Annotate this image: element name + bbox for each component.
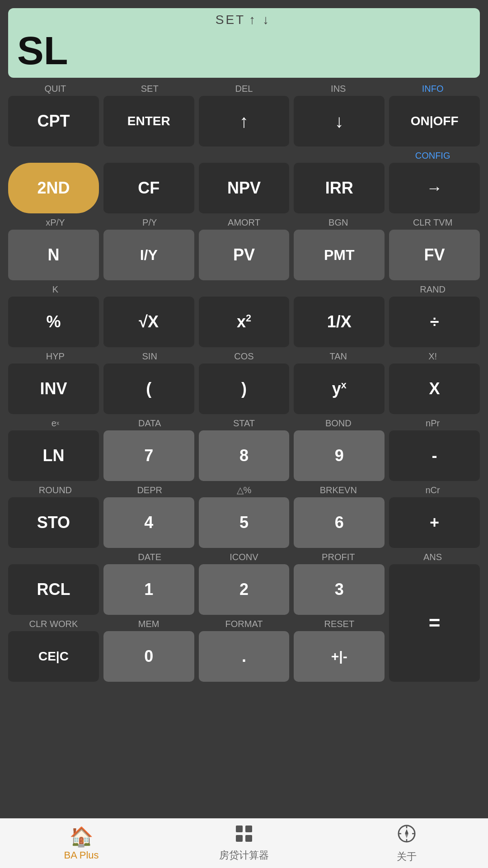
label-3-2	[197, 283, 291, 296]
btn-section-2: xP/YP/YAMORTBGNCLR TVMNI/YPVPMTFV	[8, 216, 480, 280]
btn-2-2[interactable]: PV	[199, 230, 290, 280]
label-4-2: COS	[197, 350, 291, 363]
svg-rect-1	[245, 826, 252, 832]
btn-5-1[interactable]: 7	[103, 430, 194, 481]
btn-7-1[interactable]: 1	[103, 564, 194, 615]
label-4-1: SIN	[103, 350, 197, 363]
btn-6-4[interactable]: +	[389, 497, 480, 548]
btn-7-0[interactable]: RCL	[8, 564, 99, 615]
btn-section-3: KRAND%√Xx21/X÷	[8, 283, 480, 347]
btn-0-1[interactable]: ENTER	[103, 96, 194, 146]
nav-item-about[interactable]: 关于	[325, 819, 488, 868]
btn-6-2[interactable]: 5	[199, 497, 290, 548]
btn-1-2[interactable]: NPV	[199, 163, 290, 213]
btn-8-2[interactable]: .	[199, 631, 290, 682]
svg-rect-0	[236, 826, 243, 832]
display-arrow-up: ↑	[249, 13, 255, 27]
btn-3-0[interactable]: %	[8, 297, 99, 347]
label-2-2: AMORT	[197, 216, 291, 229]
btn-1-4[interactable]: →	[389, 163, 480, 213]
btn-0-2[interactable]: ↑	[199, 96, 290, 146]
nav-label-mortgage: 房贷计算器	[219, 849, 269, 862]
btn-0-0[interactable]: CPT	[8, 96, 99, 146]
btn-2-3[interactable]: PMT	[294, 230, 385, 280]
label-7-3: PROFIT	[291, 551, 385, 563]
label-4-3: TAN	[291, 350, 385, 363]
btn-6-1[interactable]: 4	[103, 497, 194, 548]
btn-8-0[interactable]: CE|C	[8, 631, 99, 682]
home-icon: 🏠	[70, 826, 93, 848]
btn-3-3[interactable]: 1/X	[294, 297, 385, 347]
btn-5-3[interactable]: 9	[294, 430, 385, 481]
btn-row-6: STO456+	[8, 497, 480, 548]
label-6-2: △%	[197, 484, 291, 496]
btn-4-3[interactable]: yx	[294, 363, 385, 414]
btn-equals[interactable]: =	[389, 564, 480, 682]
btn-row-3: %√Xx21/X÷	[8, 297, 480, 347]
label-5-4: nPr	[385, 417, 480, 429]
label-row-5: exDATASTATBONDnPr	[8, 417, 480, 429]
btn-4-2[interactable]: )	[199, 363, 290, 414]
label-6-0: ROUND	[8, 484, 103, 496]
btn-1-0[interactable]: 2ND	[8, 163, 99, 213]
btn-section-7: DATEICONVPROFITANSRCL123=CLR WORKMEMFORM…	[8, 551, 480, 682]
btn-2-1[interactable]: I/Y	[103, 230, 194, 280]
label-2-4: CLR TVM	[385, 216, 480, 229]
label-4-4: X!	[385, 350, 480, 363]
label-5-1: DATA	[103, 417, 197, 429]
label-row-1: CONFIG	[8, 149, 480, 162]
btn-section-1: CONFIG2NDCFNPVIRR→	[8, 149, 480, 213]
btn-7-2[interactable]: 2	[199, 564, 290, 615]
btn-0-3[interactable]: ↓	[294, 96, 385, 146]
nav-item-mortgage[interactable]: 房贷计算器	[163, 819, 325, 868]
btn-0-4[interactable]: ON|OFF	[389, 96, 480, 146]
nav-item-baplus[interactable]: 🏠 BA Plus	[0, 819, 163, 868]
label-2-0: xP/Y	[8, 216, 103, 229]
label-1-2	[197, 149, 291, 162]
btn-4-1[interactable]: (	[103, 363, 194, 414]
label-0-0: QUIT	[8, 82, 103, 95]
label-8-3: RESET	[294, 618, 385, 630]
label-8-1: MEM	[103, 618, 194, 630]
btn-6-3[interactable]: 6	[294, 497, 385, 548]
btn-4-4[interactable]: X	[389, 363, 480, 414]
btn-section-6: ROUNDDEPR△%BRKEVNnCrSTO456+	[8, 484, 480, 548]
btn-5-2[interactable]: 8	[199, 430, 290, 481]
btn-1-3[interactable]: IRR	[294, 163, 385, 213]
btn-8-3[interactable]: +|-	[294, 631, 385, 682]
btn-7-3[interactable]: 3	[294, 564, 385, 615]
btn-section-0: QUITSETDELINSINFOCPTENTER↑↓ON|OFF	[8, 82, 480, 146]
btn-row-1: 2NDCFNPVIRR→	[8, 163, 480, 213]
btn-row-5: LN789-	[8, 430, 480, 481]
label-8-2: FORMAT	[199, 618, 290, 630]
label-3-0: K	[8, 283, 103, 296]
btn-3-2[interactable]: x2	[199, 297, 290, 347]
svg-rect-3	[245, 835, 252, 842]
label-6-1: DEPR	[103, 484, 197, 496]
label-1-4: CONFIG	[385, 149, 480, 162]
grid-icon	[235, 825, 253, 847]
label-2-3: BGN	[291, 216, 385, 229]
label-1-3	[291, 149, 385, 162]
label-0-2: DEL	[197, 82, 291, 95]
btn-3-4[interactable]: ÷	[389, 297, 480, 347]
label-row-4: HYPSINCOSTANX!	[8, 350, 480, 363]
btn-8-1[interactable]: 0	[103, 631, 194, 682]
btn-1-1[interactable]: CF	[103, 163, 194, 213]
rows-7-8-grid: RCL123=CLR WORKMEMFORMATRESETCE|C0.+|-	[8, 564, 480, 682]
btn-5-0[interactable]: LN	[8, 430, 99, 481]
label-row-6: ROUNDDEPR△%BRKEVNnCr	[8, 484, 480, 496]
label-6-4: nCr	[385, 484, 480, 496]
btn-5-4[interactable]: -	[389, 430, 480, 481]
compass-icon	[397, 824, 417, 848]
label-7-0	[8, 551, 103, 563]
label-7-2: ICONV	[197, 551, 291, 563]
btn-3-1[interactable]: √X	[103, 297, 194, 347]
btn-6-0[interactable]: STO	[8, 497, 99, 548]
btn-2-0[interactable]: N	[8, 230, 99, 280]
btn-4-0[interactable]: INV	[8, 363, 99, 414]
display-set-label: SET	[216, 13, 245, 27]
btn-2-4[interactable]: FV	[389, 230, 480, 280]
calc-body: QUITSETDELINSINFOCPTENTER↑↓ON|OFFCONFIG2…	[0, 78, 488, 818]
label-1-1	[103, 149, 197, 162]
